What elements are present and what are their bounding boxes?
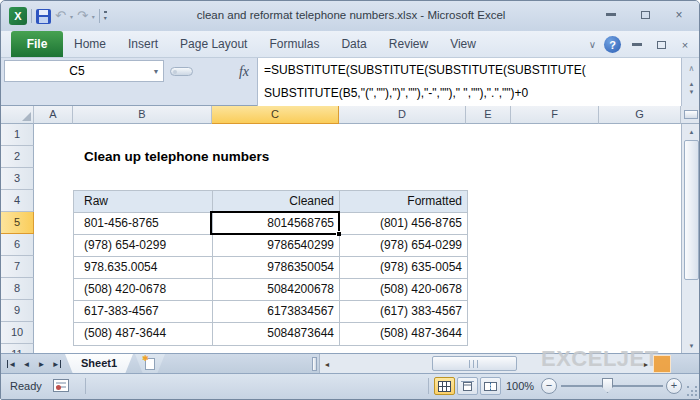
column-header-b[interactable]: B — [73, 106, 212, 124]
cell-b5[interactable]: 801-456-8765 — [74, 213, 213, 235]
active-cell-selection[interactable] — [210, 211, 340, 235]
cell-b8[interactable]: (508) 420-0678 — [74, 279, 213, 301]
prev-sheet-icon[interactable]: ◄ — [19, 360, 34, 369]
row-header-11[interactable]: 11 — [1, 344, 34, 353]
cell-b7[interactable]: 978.635.0054 — [74, 257, 213, 279]
sheet-tab-sheet1[interactable]: Sheet1 — [65, 354, 133, 374]
name-box-dropdown-icon[interactable]: ▼ — [149, 68, 163, 75]
column-header-c-selected[interactable]: C — [212, 106, 339, 124]
doc-close-button[interactable]: × — [677, 39, 693, 51]
tab-insert[interactable]: Insert — [117, 31, 169, 57]
tab-split-handle[interactable] — [312, 357, 317, 371]
zoom-in-icon[interactable]: + — [666, 378, 682, 394]
close-button[interactable]: × — [667, 7, 691, 22]
row-header-6[interactable]: 6 — [1, 234, 34, 256]
formula-scroll-down-icon[interactable]: ▼ — [689, 88, 695, 96]
header-formatted[interactable]: Formatted — [340, 191, 467, 213]
column-headers: A B C D E F G — [1, 106, 700, 124]
vertical-scrollbar[interactable]: ▲ ▼ — [681, 124, 700, 353]
select-all-corner[interactable] — [1, 106, 34, 124]
cell-d10[interactable]: (508) 487-3644 — [340, 323, 467, 345]
scroll-down-icon[interactable]: ▼ — [682, 338, 700, 353]
row-header-10[interactable]: 10 — [1, 322, 34, 344]
cell-c6[interactable]: 9786540299 — [213, 235, 340, 257]
tab-file[interactable]: File — [11, 31, 63, 57]
next-sheet-icon[interactable]: ► — [34, 360, 49, 369]
cell-b9[interactable]: 617-383-4567 — [74, 301, 213, 323]
tab-review[interactable]: Review — [378, 31, 439, 57]
minimize-button[interactable] — [599, 7, 623, 22]
tab-data[interactable]: Data — [330, 31, 377, 57]
column-header-d[interactable]: D — [339, 106, 466, 124]
first-sheet-icon[interactable]: ◄ — [4, 360, 19, 369]
worksheet-grid[interactable]: 1 2 3 4 5 6 7 8 9 10 11 Clean up telepho… — [1, 124, 700, 353]
tab-home[interactable]: Home — [63, 31, 117, 57]
ribbon-right-controls: ∨ ? × — [589, 31, 693, 58]
help-icon[interactable]: ? — [604, 36, 621, 53]
worksheet-title-cell[interactable]: Clean up telephone numbers — [84, 146, 269, 168]
macro-record-icon[interactable] — [53, 379, 69, 392]
insert-worksheet-tab[interactable]: ✱ — [135, 354, 165, 374]
row-header-4[interactable]: 4 — [1, 190, 34, 212]
doc-minimize-button[interactable] — [629, 43, 645, 46]
scroll-up-icon[interactable]: ▲ — [682, 124, 700, 139]
cell-b6[interactable]: (978) 654-0299 — [74, 235, 213, 257]
row-header-2[interactable]: 2 — [1, 146, 34, 168]
cell-d9[interactable]: (617) 383-4567 — [340, 301, 467, 323]
vertical-scroll-thumb[interactable] — [684, 140, 699, 280]
last-sheet-icon[interactable]: ► — [49, 360, 64, 369]
row-header-5-selected[interactable]: 5 — [1, 212, 34, 234]
formula-bar: C5 ▼ fx =SUBSTITUTE(SUBSTITUTE(SUBSTITUT… — [1, 58, 700, 106]
column-header-f[interactable]: F — [511, 106, 599, 124]
tab-page-layout[interactable]: Page Layout — [169, 31, 258, 57]
column-header-e[interactable]: E — [466, 106, 511, 124]
row-header-7[interactable]: 7 — [1, 256, 34, 278]
row-header-1[interactable]: 1 — [1, 124, 34, 146]
cell-c8[interactable]: 5084200678 — [213, 279, 340, 301]
header-cleaned[interactable]: Cleaned — [213, 191, 340, 213]
row-header-8[interactable]: 8 — [1, 278, 34, 300]
restore-button[interactable] — [633, 7, 657, 22]
row-header-3[interactable]: 3 — [1, 168, 34, 190]
cell-c10[interactable]: 5084873644 — [213, 323, 340, 345]
row-headers: 1 2 3 4 5 6 7 8 9 10 11 — [1, 124, 34, 353]
formula-scroll-up-icon[interactable]: ▲ — [689, 80, 695, 88]
cell-d8[interactable]: (508) 420-0678 — [340, 279, 467, 301]
cell-d6[interactable]: (978) 654-0299 — [340, 235, 467, 257]
scroll-right-icon[interactable]: ► — [639, 354, 653, 374]
resize-grip[interactable] — [687, 386, 698, 397]
cell-c7[interactable]: 9786350054 — [213, 257, 340, 279]
collapse-formula-bar-icon[interactable]: ∧ — [689, 58, 695, 80]
cells-area[interactable]: Clean up telephone numbers Raw Cleaned F… — [34, 124, 681, 353]
column-header-a[interactable]: A — [34, 106, 73, 124]
horizontal-scrollbar[interactable]: ◄ ► — [319, 354, 653, 374]
cell-c9[interactable]: 6173834567 — [213, 301, 340, 323]
tab-formulas[interactable]: Formulas — [258, 31, 330, 57]
tab-view[interactable]: View — [439, 31, 487, 57]
fill-handle[interactable] — [336, 231, 341, 236]
formula-bar-divider[interactable] — [170, 67, 193, 76]
cell-d5[interactable]: (801) 456-8765 — [340, 213, 467, 235]
insert-function-icon[interactable]: fx — [233, 62, 255, 82]
row-header-9[interactable]: 9 — [1, 300, 34, 322]
separator — [428, 378, 429, 394]
sparkle-icon: ✱ — [142, 354, 149, 363]
normal-view-icon[interactable] — [434, 377, 455, 395]
doc-restore-button[interactable] — [653, 41, 669, 49]
name-box[interactable]: C5 ▼ — [4, 60, 164, 82]
zoom-out-icon[interactable]: − — [541, 378, 557, 394]
zoom-slider-thumb[interactable] — [602, 378, 613, 393]
horizontal-scroll-thumb[interactable] — [432, 356, 517, 371]
column-header-g[interactable]: G — [599, 106, 681, 124]
name-box-value: C5 — [5, 64, 149, 78]
page-break-view-icon[interactable] — [480, 377, 501, 395]
header-raw[interactable]: Raw — [74, 191, 213, 213]
expand-ribbon-icon[interactable]: ∨ — [589, 39, 596, 50]
formula-input[interactable]: =SUBSTITUTE(SUBSTITUTE(SUBSTITUTE(SUBSTI… — [257, 58, 681, 106]
cell-d7[interactable]: (978) 635-0054 — [340, 257, 467, 279]
cell-b10[interactable]: (508) 487-3644 — [74, 323, 213, 345]
zoom-level[interactable]: 100% — [506, 380, 534, 392]
scroll-left-icon[interactable]: ◄ — [320, 354, 334, 374]
scrollbar-split-box[interactable] — [681, 106, 700, 124]
page-layout-view-icon[interactable] — [457, 377, 478, 395]
